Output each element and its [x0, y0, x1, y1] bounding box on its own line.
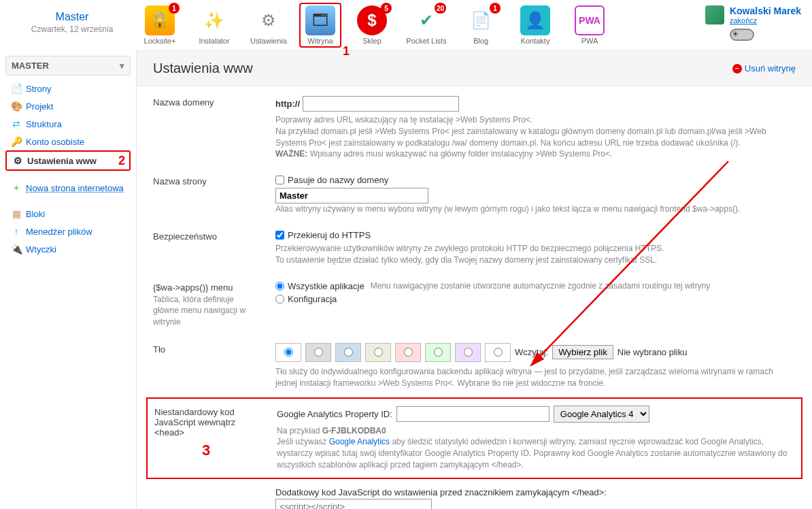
bg-swatch[interactable]	[335, 343, 361, 362]
apps-config-label: Konfiguracja	[288, 294, 337, 304]
plus-icon: ＋	[11, 182, 22, 193]
ga-section: Niestandardowy kod JavaScript wewnątrz <…	[146, 397, 802, 479]
avatar[interactable]	[705, 5, 724, 24]
sidebar-item-file-manager[interactable]: ↑Menedżer plików	[5, 223, 131, 240]
wand-icon: ✨	[199, 5, 229, 35]
extra-js-textarea[interactable]	[275, 499, 432, 509]
app-contacts[interactable]: 👤 Kontakty	[514, 5, 556, 45]
ga-mode-select[interactable]: Google Analytics 4	[554, 406, 649, 423]
grid-icon: ▦	[11, 208, 22, 219]
choose-file-button[interactable]: Wybierz plik	[552, 345, 613, 359]
app-settings[interactable]: ⚙ Ustawienia	[248, 5, 290, 45]
app-pocketlists[interactable]: 20 ✔ Pocket Lists	[405, 5, 447, 45]
brand-date: Czwartek, 12 września	[11, 24, 133, 34]
palette-icon: 🎨	[11, 101, 22, 112]
domain-hint: Poprawny adres URL wskazujący na tę inst…	[275, 114, 796, 126]
site-name-input[interactable]	[275, 188, 428, 203]
upload-icon: ↑	[11, 226, 22, 237]
sidebar-item-plugins[interactable]: 🔌Wtyczki	[5, 240, 131, 258]
badge: 1	[490, 3, 501, 14]
gear-icon: ⚙	[12, 155, 23, 166]
sidebar-item-blocks[interactable]: ▦Bloki	[5, 205, 131, 223]
app-blog[interactable]: 1 📄 Blog	[460, 5, 502, 45]
url-prefix: http://	[275, 99, 300, 109]
sidebar-item-www-settings[interactable]: ⚙Ustawienia www	[5, 150, 131, 171]
label-domain: Nazwa domeny	[153, 96, 262, 160]
app-shop[interactable]: 5 $ Sklep	[351, 5, 393, 45]
ga-id-label: Google Analytics Property ID:	[277, 409, 392, 419]
sidebar-item-account[interactable]: 🔑Konto osobiste	[5, 133, 131, 150]
app-locksite[interactable]: 1 🔒 Locksite+	[139, 5, 181, 45]
app-switcher: 1 🔒 Locksite+ ✨ Instalator ⚙ Ustawienia …	[139, 5, 700, 45]
file-status: Nie wybrano pliku	[618, 347, 688, 357]
label-apps-menu: {$wa->apps()} menu Tablica, która defini…	[153, 281, 262, 328]
app-installer[interactable]: ✨ Instalator	[193, 5, 235, 45]
badge: 1	[169, 3, 180, 14]
sitemap-icon: ⇄	[11, 118, 22, 129]
bg-swatch[interactable]	[275, 343, 301, 362]
gear-icon: ⚙	[254, 5, 284, 35]
match-domain-checkbox[interactable]	[275, 176, 284, 184]
key-icon: 🔑	[11, 136, 22, 147]
logout-link[interactable]: zakończ	[730, 16, 801, 24]
bg-swatch[interactable]	[425, 343, 451, 362]
bg-swatch[interactable]	[455, 343, 481, 362]
minus-icon: –	[732, 64, 742, 73]
sidebar-item-pages[interactable]: 📄Strony	[5, 80, 131, 97]
label-custom-head-js: Niestandardowy kod JavaScript wewnątrz <…	[154, 406, 263, 471]
bg-swatch[interactable]	[365, 343, 391, 362]
label-site-name: Nazwa strony	[153, 175, 262, 215]
match-domain-label: Pasuje do nazwy domeny	[288, 175, 388, 185]
domain-input[interactable]	[303, 96, 459, 112]
sidebar-item-new-site[interactable]: ＋Nowa strona internetowa	[5, 179, 131, 197]
extra-js-label: Dodatkowy kod JavaScript do wstawienia p…	[275, 487, 796, 497]
app-pwa[interactable]: PWA PWA	[569, 5, 611, 45]
sidebar-item-design[interactable]: 🎨Projekt	[5, 97, 131, 115]
ga-id-input[interactable]	[396, 406, 549, 422]
badge: 20	[435, 3, 446, 14]
theme-toggle[interactable]	[730, 29, 754, 41]
bg-swatch[interactable]	[395, 343, 421, 362]
apps-all-radio[interactable]	[275, 282, 284, 291]
plug-icon: 🔌	[11, 244, 22, 255]
delete-site-link[interactable]: – Usuń witrynę	[732, 63, 796, 73]
pwa-icon: PWA	[575, 5, 605, 35]
window-icon: 🗔	[305, 5, 335, 35]
page-title: Ustawienia www	[153, 61, 253, 76]
user-name-link[interactable]: Kowalski Marek	[730, 5, 801, 16]
badge: 5	[381, 3, 392, 14]
page-icon: 📄	[11, 83, 22, 94]
sidebar-site-select[interactable]: MASTER	[5, 56, 131, 76]
https-checkbox[interactable]	[275, 231, 284, 240]
ga-link[interactable]: Google Analytics	[329, 437, 390, 446]
label-security: Bezpieczeństwo	[153, 230, 262, 266]
https-label: Przekieruj do HTTPS	[288, 230, 371, 240]
app-site[interactable]: 🗔 Witryna	[299, 3, 341, 48]
brand-title[interactable]: Master	[11, 11, 133, 23]
bg-swatch[interactable]	[305, 343, 331, 362]
bg-swatch[interactable]	[485, 343, 511, 362]
apps-all-label: Wszystkie aplikacje	[288, 281, 365, 291]
label-background: Tło	[153, 343, 262, 389]
annotation-3: 3	[202, 442, 263, 459]
sidebar-item-structure[interactable]: ⇄Struktura	[5, 115, 131, 133]
apps-config-radio[interactable]	[275, 295, 284, 303]
upload-label: Wczytaj:	[515, 347, 548, 357]
person-icon: 👤	[520, 5, 550, 35]
